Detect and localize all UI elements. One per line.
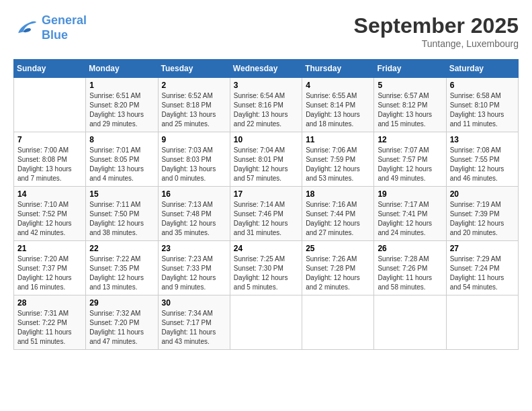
weekday-header-row: SundayMondayTuesdayWednesdayThursdayFrid… (14, 60, 519, 78)
weekday-header: Thursday (302, 60, 374, 78)
month-title: September 2025 (354, 13, 519, 38)
day-info: Sunrise: 7:11 AM Sunset: 7:50 PM Dayligh… (89, 200, 154, 238)
day-info: Sunrise: 7:22 AM Sunset: 7:35 PM Dayligh… (89, 255, 154, 292)
logo-icon (13, 16, 38, 40)
day-number: 7 (17, 135, 82, 144)
weekday-header: Saturday (446, 60, 518, 78)
day-number: 19 (378, 189, 442, 199)
calendar-cell: 9Sunrise: 7:03 AM Sunset: 8:03 PM Daylig… (158, 132, 230, 187)
day-number: 3 (234, 81, 298, 90)
day-number: 18 (306, 189, 370, 199)
weekday-header: Tuesday (158, 60, 230, 78)
calendar-cell: 8Sunrise: 7:01 AM Sunset: 8:05 PM Daylig… (86, 132, 158, 187)
day-number: 6 (450, 81, 515, 90)
day-info: Sunrise: 7:13 AM Sunset: 7:48 PM Dayligh… (162, 200, 226, 238)
weekday-header: Wednesday (230, 60, 302, 78)
calendar-cell: 22Sunrise: 7:22 AM Sunset: 7:35 PM Dayli… (86, 241, 158, 295)
day-number: 11 (306, 135, 370, 144)
title-block: September 2025 Tuntange, Luxembourg (354, 13, 519, 49)
calendar-cell (230, 295, 302, 350)
calendar-cell: 28Sunrise: 7:31 AM Sunset: 7:22 PM Dayli… (14, 295, 86, 350)
calendar-cell: 17Sunrise: 7:14 AM Sunset: 7:46 PM Dayli… (230, 187, 302, 241)
day-info: Sunrise: 7:03 AM Sunset: 8:03 PM Dayligh… (162, 146, 226, 183)
day-info: Sunrise: 7:23 AM Sunset: 7:33 PM Dayligh… (162, 255, 226, 292)
calendar-cell: 19Sunrise: 7:17 AM Sunset: 7:41 PM Dayli… (374, 187, 446, 241)
day-info: Sunrise: 7:29 AM Sunset: 7:24 PM Dayligh… (450, 255, 515, 292)
calendar-cell (302, 295, 374, 350)
day-number: 12 (378, 135, 442, 144)
day-info: Sunrise: 6:51 AM Sunset: 8:20 PM Dayligh… (89, 91, 154, 129)
day-number: 2 (162, 81, 226, 90)
day-number: 4 (306, 81, 370, 90)
calendar-cell: 25Sunrise: 7:26 AM Sunset: 7:28 PM Dayli… (302, 241, 374, 295)
day-number: 27 (450, 244, 515, 253)
day-number: 24 (234, 244, 298, 253)
calendar-cell: 24Sunrise: 7:25 AM Sunset: 7:30 PM Dayli… (230, 241, 302, 295)
day-number: 8 (89, 135, 154, 144)
logo: General Blue (13, 13, 87, 42)
calendar-cell (446, 295, 518, 350)
calendar-cell: 4Sunrise: 6:55 AM Sunset: 8:14 PM Daylig… (302, 78, 374, 132)
calendar-cell: 26Sunrise: 7:28 AM Sunset: 7:26 PM Dayli… (374, 241, 446, 295)
calendar-cell (374, 295, 446, 350)
day-number: 26 (378, 244, 442, 253)
calendar-cell: 2Sunrise: 6:52 AM Sunset: 8:18 PM Daylig… (158, 78, 230, 132)
day-info: Sunrise: 7:16 AM Sunset: 7:44 PM Dayligh… (306, 200, 370, 238)
day-number: 5 (378, 81, 442, 90)
day-info: Sunrise: 7:34 AM Sunset: 7:17 PM Dayligh… (162, 309, 226, 347)
calendar-cell: 11Sunrise: 7:06 AM Sunset: 7:59 PM Dayli… (302, 132, 374, 187)
calendar-cell: 10Sunrise: 7:04 AM Sunset: 8:01 PM Dayli… (230, 132, 302, 187)
calendar-table: SundayMondayTuesdayWednesdayThursdayFrid… (13, 59, 519, 350)
day-info: Sunrise: 6:55 AM Sunset: 8:14 PM Dayligh… (306, 91, 370, 129)
day-info: Sunrise: 7:10 AM Sunset: 7:52 PM Dayligh… (17, 200, 82, 238)
location-subtitle: Tuntange, Luxembourg (354, 38, 519, 49)
day-info: Sunrise: 6:57 AM Sunset: 8:12 PM Dayligh… (378, 91, 442, 129)
day-info: Sunrise: 7:20 AM Sunset: 7:37 PM Dayligh… (17, 255, 82, 292)
day-info: Sunrise: 7:25 AM Sunset: 7:30 PM Dayligh… (234, 255, 298, 292)
calendar-cell: 30Sunrise: 7:34 AM Sunset: 7:17 PM Dayli… (158, 295, 230, 350)
day-info: Sunrise: 7:26 AM Sunset: 7:28 PM Dayligh… (306, 255, 370, 292)
day-info: Sunrise: 7:01 AM Sunset: 8:05 PM Dayligh… (89, 146, 154, 183)
day-number: 13 (450, 135, 515, 144)
day-number: 10 (234, 135, 298, 144)
calendar-week-row: 21Sunrise: 7:20 AM Sunset: 7:37 PM Dayli… (14, 241, 519, 295)
day-number: 30 (162, 298, 226, 308)
day-info: Sunrise: 7:08 AM Sunset: 7:55 PM Dayligh… (450, 146, 515, 183)
calendar-cell: 1Sunrise: 6:51 AM Sunset: 8:20 PM Daylig… (86, 78, 158, 132)
calendar-cell: 15Sunrise: 7:11 AM Sunset: 7:50 PM Dayli… (86, 187, 158, 241)
calendar-week-row: 14Sunrise: 7:10 AM Sunset: 7:52 PM Dayli… (14, 187, 519, 241)
day-number: 23 (162, 244, 226, 253)
calendar-cell: 23Sunrise: 7:23 AM Sunset: 7:33 PM Dayli… (158, 241, 230, 295)
calendar-cell: 29Sunrise: 7:32 AM Sunset: 7:20 PM Dayli… (86, 295, 158, 350)
weekday-header: Friday (374, 60, 446, 78)
calendar-cell: 16Sunrise: 7:13 AM Sunset: 7:48 PM Dayli… (158, 187, 230, 241)
day-info: Sunrise: 7:00 AM Sunset: 8:08 PM Dayligh… (17, 146, 82, 183)
day-number: 1 (89, 81, 154, 90)
day-info: Sunrise: 7:28 AM Sunset: 7:26 PM Dayligh… (378, 255, 442, 292)
day-info: Sunrise: 7:07 AM Sunset: 7:57 PM Dayligh… (378, 146, 442, 183)
calendar-cell: 12Sunrise: 7:07 AM Sunset: 7:57 PM Dayli… (374, 132, 446, 187)
day-number: 22 (89, 244, 154, 253)
calendar-cell: 21Sunrise: 7:20 AM Sunset: 7:37 PM Dayli… (14, 241, 86, 295)
calendar-cell: 6Sunrise: 6:58 AM Sunset: 8:10 PM Daylig… (446, 78, 518, 132)
day-number: 15 (89, 189, 154, 199)
page-header: General Blue September 2025 Tuntange, Lu… (13, 13, 519, 49)
day-number: 29 (89, 298, 154, 308)
day-info: Sunrise: 6:54 AM Sunset: 8:16 PM Dayligh… (234, 91, 298, 129)
calendar-cell (14, 78, 86, 132)
day-info: Sunrise: 6:58 AM Sunset: 8:10 PM Dayligh… (450, 91, 515, 129)
calendar-cell: 27Sunrise: 7:29 AM Sunset: 7:24 PM Dayli… (446, 241, 518, 295)
day-number: 17 (234, 189, 298, 199)
logo-text: General Blue (42, 13, 87, 42)
day-info: Sunrise: 7:04 AM Sunset: 8:01 PM Dayligh… (234, 146, 298, 183)
day-info: Sunrise: 7:32 AM Sunset: 7:20 PM Dayligh… (89, 309, 154, 347)
calendar-cell: 3Sunrise: 6:54 AM Sunset: 8:16 PM Daylig… (230, 78, 302, 132)
calendar-week-row: 7Sunrise: 7:00 AM Sunset: 8:08 PM Daylig… (14, 132, 519, 187)
calendar-cell: 20Sunrise: 7:19 AM Sunset: 7:39 PM Dayli… (446, 187, 518, 241)
weekday-header: Sunday (14, 60, 86, 78)
day-number: 16 (162, 189, 226, 199)
day-number: 25 (306, 244, 370, 253)
calendar-cell: 14Sunrise: 7:10 AM Sunset: 7:52 PM Dayli… (14, 187, 86, 241)
calendar-week-row: 1Sunrise: 6:51 AM Sunset: 8:20 PM Daylig… (14, 78, 519, 132)
day-info: Sunrise: 7:14 AM Sunset: 7:46 PM Dayligh… (234, 200, 298, 238)
